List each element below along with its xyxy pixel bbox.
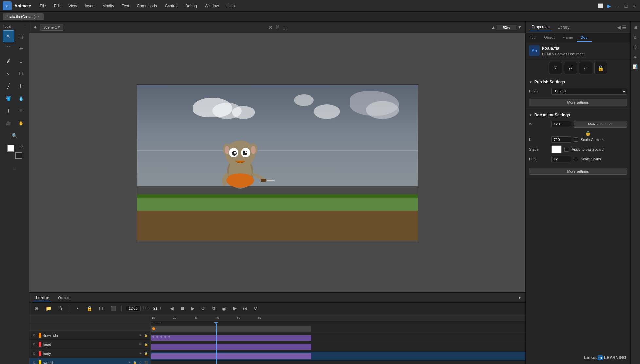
oval-tool[interactable]: ○ bbox=[3, 68, 14, 79]
pencil-tool[interactable]: ✏ bbox=[15, 43, 27, 55]
background-color-swatch[interactable] bbox=[15, 152, 22, 159]
menu-insert[interactable]: Insert bbox=[81, 2, 98, 9]
stop-btn[interactable]: ⏹ bbox=[178, 304, 187, 313]
add-layer-button[interactable]: ⊕ bbox=[32, 304, 41, 313]
onion-skin-btn[interactable]: ◉ bbox=[220, 304, 229, 313]
file-tab[interactable]: koala.fla (Canvas) × bbox=[3, 13, 44, 20]
minimize-icon[interactable]: ─ bbox=[614, 3, 620, 9]
eraser-tool[interactable]: ◻ bbox=[15, 55, 27, 67]
maximize-icon[interactable]: □ bbox=[623, 3, 629, 9]
menu-window[interactable]: Window bbox=[202, 2, 222, 9]
doc-settings-collapse-icon[interactable]: ▼ bbox=[529, 113, 532, 117]
width-input[interactable] bbox=[551, 121, 571, 127]
swap-colors-icon[interactable]: ⇄ bbox=[20, 145, 23, 148]
scale-spans-checkbox[interactable] bbox=[574, 157, 578, 161]
next-keyframe-btn[interactable]: ▶ bbox=[188, 304, 197, 313]
publish-more-settings-button[interactable]: More settings bbox=[529, 99, 627, 106]
eyedropper-tool[interactable]: 💧 bbox=[15, 92, 27, 104]
doc-more-settings-button[interactable]: More settings bbox=[529, 168, 627, 175]
tab-output[interactable]: Output bbox=[56, 294, 71, 301]
height-input[interactable] bbox=[551, 136, 571, 143]
menu-control[interactable]: Control bbox=[162, 2, 181, 9]
play-icon[interactable]: ▶ bbox=[606, 3, 612, 9]
tab-timeline[interactable]: Timeline bbox=[33, 294, 51, 301]
layer-row-sword[interactable]: ⧉ sword 👁 🔒 ⬡ ⬛ bbox=[29, 358, 150, 364]
timeline-collapse-icon[interactable]: ▼ bbox=[518, 295, 522, 300]
publish-settings-collapse-icon[interactable]: ▼ bbox=[529, 80, 532, 84]
prev-keyframe-btn[interactable]: ◀ bbox=[167, 304, 176, 313]
layer-vis-btn-body[interactable]: 👁 bbox=[138, 351, 143, 356]
paint-bucket-tool[interactable]: 🪣 bbox=[3, 92, 14, 104]
props-tab-doc[interactable]: Doc bbox=[577, 33, 592, 42]
layer-outline-btn[interactable]: ⬡ bbox=[97, 304, 106, 313]
layer-extra-1-sword[interactable]: ⬡ bbox=[138, 360, 143, 364]
brush-tool[interactable]: 🖌 bbox=[3, 55, 14, 67]
rect-tool[interactable]: □ bbox=[15, 68, 27, 79]
subselect-tool[interactable]: ⬚ bbox=[15, 30, 27, 42]
apply-pasteboard-checkbox[interactable] bbox=[564, 147, 569, 152]
layer-vis-btn[interactable]: 👁 bbox=[138, 333, 143, 338]
rs-chart-icon[interactable]: 📊 bbox=[631, 63, 639, 71]
zoom-tool[interactable]: 🔍 bbox=[9, 130, 21, 141]
layer-vis-btn-head[interactable]: 👁 bbox=[138, 342, 143, 347]
loop-btn[interactable]: ⟳ bbox=[199, 304, 208, 313]
zoom-up-icon[interactable]: ▲ bbox=[491, 25, 495, 30]
menu-commands[interactable]: Commands bbox=[134, 2, 160, 9]
zoom-input[interactable] bbox=[497, 25, 516, 30]
tools-collapse-icon[interactable]: ☰ bbox=[23, 24, 27, 28]
fps-input[interactable] bbox=[551, 156, 571, 162]
corner-icon[interactable]: ⌐ bbox=[579, 62, 592, 74]
scale-content-checkbox[interactable] bbox=[574, 137, 578, 142]
layer-row-head[interactable]: ⧉ head 👁 🔒 bbox=[29, 340, 150, 349]
line-tool[interactable]: ╱ bbox=[3, 80, 14, 92]
free-transform-tool[interactable]: ⊹ bbox=[15, 105, 27, 117]
zoom-down-icon[interactable]: ▼ bbox=[518, 25, 522, 30]
app-home-icon[interactable]: ⌂ bbox=[3, 1, 12, 10]
props-tab-properties[interactable]: Properties bbox=[530, 24, 552, 31]
frames-area[interactable]: 1s 2s 3s 4s 5s 6s 5 10 15 20 bbox=[151, 314, 525, 364]
layer-visibility-dot[interactable]: • bbox=[73, 304, 82, 313]
canvas-stage[interactable] bbox=[137, 84, 418, 241]
props-collapse-icon[interactable]: ◀ bbox=[617, 25, 621, 30]
props-tab-object[interactable]: Object bbox=[540, 33, 559, 42]
stage-snap-icon[interactable]: ⊙ bbox=[269, 25, 273, 30]
props-tab-frame[interactable]: Frame bbox=[559, 33, 577, 42]
menu-text[interactable]: Text bbox=[118, 2, 132, 9]
more-tools-button[interactable]: ··· bbox=[9, 162, 21, 174]
scene-selector[interactable]: Scene 1 ▾ bbox=[40, 24, 63, 31]
ink-bottle-tool[interactable]: ∫ bbox=[3, 105, 14, 117]
layer-lock-btn-head[interactable]: 🔒 bbox=[144, 342, 148, 347]
layer-folder-button[interactable]: 📁 bbox=[44, 304, 53, 313]
stage-magnet-icon[interactable]: ⌘ bbox=[275, 25, 280, 30]
text-tool[interactable]: T bbox=[15, 80, 27, 92]
menu-modify[interactable]: Modify bbox=[99, 2, 117, 9]
rs-assets-icon[interactable]: ◈ bbox=[631, 53, 639, 61]
close-icon[interactable]: × bbox=[631, 3, 637, 9]
match-contents-button[interactable]: Match contents bbox=[574, 121, 627, 128]
tab-close-icon[interactable]: × bbox=[38, 15, 40, 18]
step-fwd-btn[interactable]: ⏭ bbox=[240, 304, 250, 313]
menu-file[interactable]: File bbox=[36, 2, 49, 9]
lock-icon[interactable]: 🔒 bbox=[594, 62, 607, 74]
lasso-tool[interactable]: ⌒ bbox=[3, 43, 14, 55]
menu-debug[interactable]: Debug bbox=[182, 2, 200, 9]
loop-settings-btn[interactable]: ↺ bbox=[251, 304, 260, 313]
dimension-lock-icon[interactable]: 🔒 bbox=[585, 130, 591, 136]
rs-grid-icon[interactable]: ⊞ bbox=[631, 24, 639, 31]
camera-tool[interactable]: 🎥 bbox=[3, 117, 14, 129]
multi-frame-btn[interactable]: ⧉ bbox=[209, 304, 218, 313]
layer-vis-btn-sword[interactable]: 👁 bbox=[127, 360, 132, 364]
layer-row-body[interactable]: ⧉ body 👁 🔒 bbox=[29, 349, 150, 358]
rs-components-icon[interactable]: ⬡ bbox=[631, 43, 639, 51]
layer-extra-2-sword[interactable]: ⬛ bbox=[144, 360, 148, 364]
props-tab-library[interactable]: Library bbox=[556, 24, 572, 31]
layer-lock-btn[interactable]: 🔒 bbox=[85, 304, 94, 313]
props-tab-tool[interactable]: Tool bbox=[526, 33, 540, 42]
menu-help[interactable]: Help bbox=[223, 2, 238, 9]
profile-select[interactable]: Default bbox=[551, 88, 627, 95]
layer-lock-btn-body[interactable]: 🔒 bbox=[144, 351, 148, 356]
layer-lock-btn[interactable]: 🔒 bbox=[144, 333, 148, 338]
stage-color-preview[interactable] bbox=[551, 145, 562, 153]
transform-icon[interactable]: ⇄ bbox=[564, 62, 577, 74]
play-btn[interactable]: ▶ bbox=[230, 304, 239, 313]
